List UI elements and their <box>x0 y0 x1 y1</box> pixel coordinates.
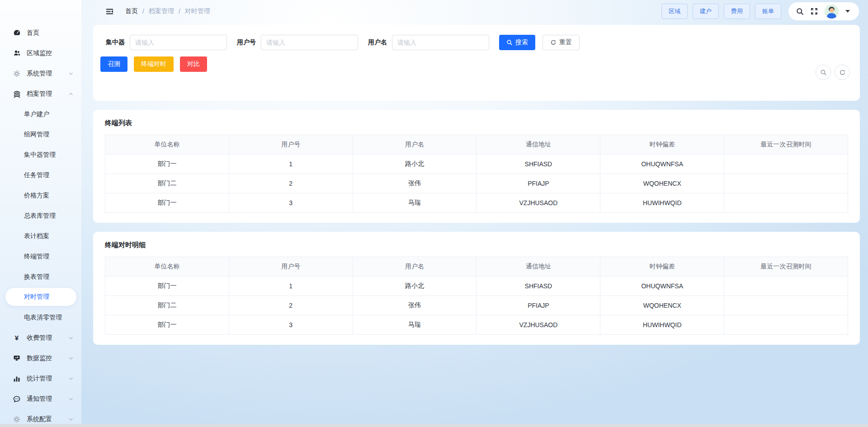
search-button[interactable]: 搜索 <box>499 35 535 50</box>
horizontal-scrollbar[interactable] <box>0 424 868 427</box>
user-toolbar <box>788 2 859 20</box>
concentrator-input[interactable] <box>130 35 227 50</box>
zoom-search-icon[interactable] <box>816 65 831 80</box>
sidebar-item-label: 统计管理 <box>27 375 52 383</box>
column-header: 用户名 <box>353 135 476 155</box>
bill-button[interactable]: 账单 <box>755 4 781 19</box>
table-row[interactable]: 部门二 2 张伟 PFIAJP WQOHENCX <box>105 174 848 193</box>
sidebar-item-meter-change[interactable]: 换表管理 <box>0 267 81 287</box>
column-header: 单位名称 <box>105 257 229 277</box>
sidebar-item-price-plan[interactable]: 价格方案 <box>0 185 81 206</box>
sidebar-item-network-mgmt[interactable]: 组网管理 <box>0 124 81 145</box>
terminal-list-title: 终端列表 <box>105 119 848 127</box>
area-button[interactable]: 区域 <box>661 4 688 19</box>
table-header-row: 单位名称 用户号 用户名 通信地址 时钟偏差 最近一次召测时间 <box>105 135 848 155</box>
sidebar-item-terminal-mgmt[interactable]: 终端管理 <box>0 246 81 267</box>
sidebar-item-task-mgmt[interactable]: 任务管理 <box>0 165 81 185</box>
sidebar-item-label: 数据监控 <box>27 354 52 362</box>
timing-detail-title: 终端对时明细 <box>105 241 848 249</box>
table-row[interactable]: 部门一 1 路小北 SHFIASD OHUQWNFSA <box>105 277 848 296</box>
sidebar-item-master-meter-lib[interactable]: 总表库管理 <box>0 206 81 226</box>
breadcrumb-time-sync[interactable]: 对时管理 <box>185 7 210 15</box>
table-row[interactable]: 部门一 1 路小北 SHFIASD OHUQWNFSA <box>105 155 848 174</box>
table-row[interactable]: 部门一 3 马瑞 VZJHUSAOD HUWIHWQID <box>105 193 848 213</box>
sidebar-item-area-monitor[interactable]: 区域监控 <box>0 43 81 63</box>
chevron-down-icon <box>68 375 74 382</box>
chevron-down-icon <box>68 335 74 341</box>
collapse-menu-icon[interactable] <box>106 8 113 15</box>
filter-card: 集中器 用户号 用户名 搜索 重置 召测 终端对时 对比 <box>93 25 860 101</box>
breadcrumb-archive[interactable]: 档案管理 <box>149 7 174 15</box>
terminal-list-card: 终端列表 单位名称 用户号 用户名 通信地址 时钟偏差 最近一次召测时间 部门一… <box>93 110 860 223</box>
topbar: 首页 / 档案管理 / 对时管理 区域 建户 费用 账单 <box>81 0 868 23</box>
sidebar-item-label: 档案管理 <box>27 90 52 98</box>
fullscreen-icon[interactable] <box>811 8 818 15</box>
table-header-row: 单位名称 用户号 用户名 通信地址 时钟偏差 最近一次召测时间 <box>105 257 848 277</box>
breadcrumb-separator: / <box>142 8 144 15</box>
chevron-down-icon <box>68 416 74 422</box>
sidebar-item-home[interactable]: 首页 <box>0 23 81 43</box>
sidebar-item-notify-mgmt[interactable]: 通知管理 <box>0 389 81 409</box>
dashboard-icon <box>13 29 21 37</box>
filter-user-name: 用户名 <box>368 35 489 50</box>
actions-row: 召测 终端对时 对比 <box>93 56 860 72</box>
archive-submenu: 单户建户 组网管理 集中器管理 任务管理 价格方案 总表库管理 表计档案 终端管… <box>0 104 81 328</box>
sidebar-item-stats-mgmt[interactable]: 统计管理 <box>0 368 81 389</box>
sidebar-item-data-monitor[interactable]: 数据监控 <box>0 348 81 368</box>
sidebar-item-fee-mgmt[interactable]: ¥ 收费管理 <box>0 328 81 348</box>
yen-icon: ¥ <box>13 334 21 342</box>
column-header: 最近一次召测时间 <box>724 257 848 277</box>
sidebar-item-concentrator-mgmt[interactable]: 集中器管理 <box>0 145 81 165</box>
column-header: 用户名 <box>353 257 476 277</box>
user-menu-caret-icon[interactable] <box>845 10 850 13</box>
breadcrumb: 首页 / 档案管理 / 对时管理 <box>125 7 210 15</box>
gear-icon <box>13 70 21 77</box>
quick-nav-buttons: 区域 建户 费用 账单 <box>661 4 781 19</box>
column-header: 单位名称 <box>105 135 229 155</box>
sidebar: 首页 区域监控 系统管理 档案管理 <box>0 0 81 427</box>
chevron-down-icon <box>68 355 74 361</box>
sidebar-item-label: 区域监控 <box>27 49 52 57</box>
sidebar-item-label: 系统管理 <box>27 70 52 78</box>
sidebar-item-time-sync-active[interactable]: 对时管理 <box>5 288 76 306</box>
column-header: 时钟偏差 <box>600 257 724 277</box>
users-icon <box>13 50 21 57</box>
terminal-timing-button[interactable]: 终端对时 <box>134 56 174 72</box>
sidebar-item-meter-reset[interactable]: 电表清零管理 <box>0 307 81 328</box>
table-row[interactable]: 部门一 3 马瑞 VZJHUSAOD HUWIHWQID <box>105 315 848 335</box>
card-tools <box>816 65 850 80</box>
column-header: 最近一次召测时间 <box>724 135 848 155</box>
fee-button[interactable]: 费用 <box>724 4 750 19</box>
sidebar-item-archive-mgmt[interactable]: 档案管理 <box>0 84 81 104</box>
sidebar-item-system-mgmt[interactable]: 系统管理 <box>0 63 81 84</box>
chevron-up-icon <box>68 91 74 97</box>
column-header: 用户号 <box>229 257 353 277</box>
create-account-button[interactable]: 建户 <box>693 4 719 19</box>
message-icon <box>13 395 21 403</box>
filter-row: 集中器 用户号 用户名 搜索 重置 <box>93 35 860 50</box>
chevron-down-icon <box>68 70 74 77</box>
timing-detail-card: 终端对时明细 单位名称 用户号 用户名 通信地址 时钟偏差 最近一次召测时间 部… <box>93 232 860 345</box>
timing-detail-table: 单位名称 用户号 用户名 通信地址 时钟偏差 最近一次召测时间 部门一 1 路小… <box>105 257 848 335</box>
user-no-input[interactable] <box>261 35 358 50</box>
filter-concentrator: 集中器 <box>106 35 227 50</box>
column-header: 通信地址 <box>476 257 600 277</box>
layers-icon <box>13 90 21 98</box>
terminal-list-table: 单位名称 用户号 用户名 通信地址 时钟偏差 最近一次召测时间 部门一 1 路小… <box>105 135 848 213</box>
reset-button[interactable]: 重置 <box>542 35 580 50</box>
refresh-icon[interactable] <box>835 65 850 80</box>
gear-icon <box>13 416 21 423</box>
filter-user-no: 用户号 <box>237 35 358 50</box>
main-content: 首页 / 档案管理 / 对时管理 区域 建户 费用 账单 <box>81 0 868 345</box>
breadcrumb-separator: / <box>179 8 180 15</box>
avatar[interactable] <box>825 5 839 19</box>
user-name-input[interactable] <box>392 35 489 50</box>
breadcrumb-home[interactable]: 首页 <box>125 7 138 15</box>
sidebar-item-meter-archive[interactable]: 表计档案 <box>0 226 81 246</box>
call-test-button[interactable]: 召测 <box>100 56 127 72</box>
sidebar-item-single-account[interactable]: 单户建户 <box>0 104 81 124</box>
search-icon[interactable] <box>796 8 804 15</box>
table-row[interactable]: 部门二 2 张伟 PFIAJP WQOHENCX <box>105 296 848 315</box>
compare-button[interactable]: 对比 <box>180 56 207 72</box>
monitor-icon <box>13 355 21 362</box>
